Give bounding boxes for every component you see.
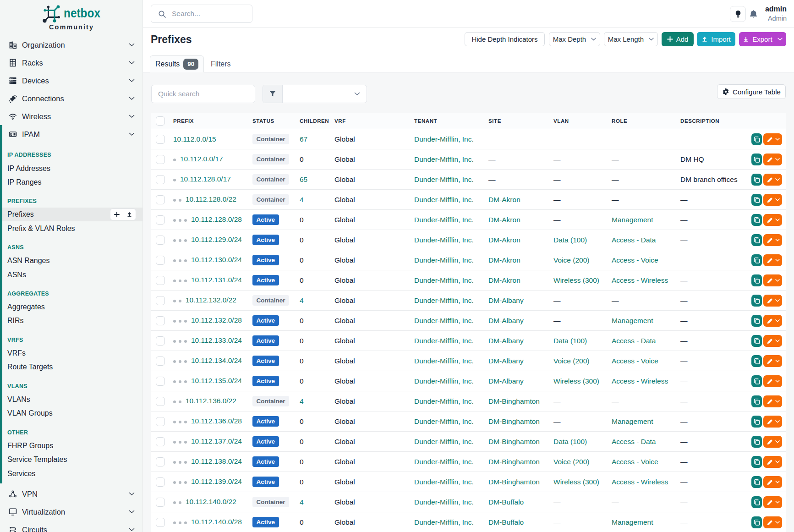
svg-text:Community: Community (49, 23, 93, 31)
svg-text:netbox: netbox (64, 6, 100, 20)
